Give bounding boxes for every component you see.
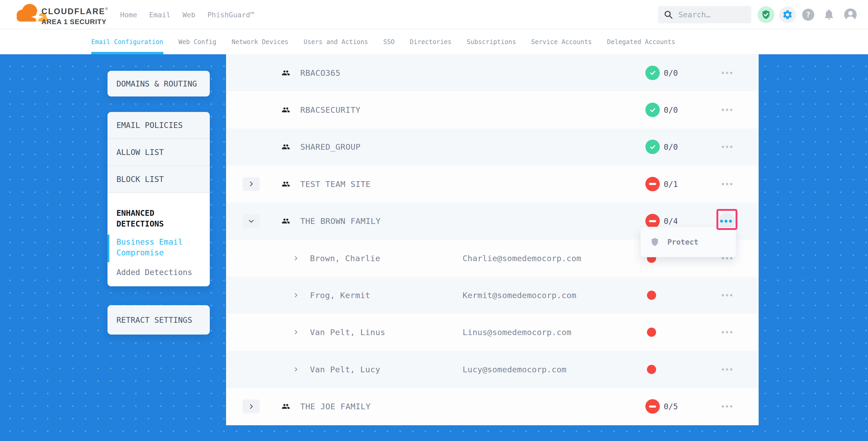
status-ok-icon xyxy=(645,66,660,80)
secondary-navigation: Email Configuration Web Config Network D… xyxy=(0,29,868,54)
active-link-indicator xyxy=(107,235,110,262)
account-icon[interactable] xyxy=(844,8,857,22)
status-blocked-icon xyxy=(645,177,660,191)
member-email: Kermit@somedemocorp.com xyxy=(463,290,577,300)
group-name: RBACO365 xyxy=(300,68,340,77)
tab-sso[interactable]: SSO xyxy=(383,29,394,54)
nav-web[interactable]: Web xyxy=(183,11,195,19)
settings-gear-icon[interactable] xyxy=(779,6,796,23)
protection-count: 0/0 xyxy=(664,105,678,115)
brand-subtitle: AREA 1 SECURITY xyxy=(41,18,108,26)
member-name: Van Pelt, Lucy xyxy=(310,365,380,374)
shield-check-icon[interactable] xyxy=(757,6,774,23)
row-actions-button[interactable] xyxy=(722,294,733,296)
tab-service-accounts[interactable]: Service Accounts xyxy=(531,29,592,54)
table-row-group: SHARED_GROUP 0/0 xyxy=(226,128,758,165)
collapse-button[interactable] xyxy=(243,214,260,228)
shield-icon xyxy=(650,237,659,247)
chevron-right-icon xyxy=(293,255,299,261)
member-name: Van Pelt, Linus xyxy=(310,327,385,337)
tab-web-config[interactable]: Web Config xyxy=(179,29,217,54)
notifications-bell-icon[interactable] xyxy=(823,8,835,21)
brand-name: CLOUDFLARE xyxy=(41,7,105,16)
row-actions-button[interactable] xyxy=(722,109,733,111)
row-actions-button[interactable] xyxy=(722,257,733,259)
status-ok-icon xyxy=(645,140,660,154)
table-row-member: Van Pelt, Lucy Lucy@somedemocorp.com xyxy=(226,351,758,388)
group-name: THE JOE FAMILY xyxy=(300,402,371,411)
protection-count: 0/1 xyxy=(664,179,678,189)
expand-button[interactable] xyxy=(243,177,260,191)
blocked-dot xyxy=(647,291,656,300)
chevron-right-icon xyxy=(293,367,299,372)
app-header: CLOUDFLARE® AREA 1 SECURITY Home Email W… xyxy=(0,0,868,29)
context-menu-item-protect[interactable]: Protect xyxy=(650,237,698,247)
chevron-right-icon xyxy=(293,292,299,298)
table-row-member: Van Pelt, Linus Linus@somedemocorp.com xyxy=(226,314,758,351)
sidebar-item-block-list[interactable]: BLOCK LIST xyxy=(107,166,210,193)
chevron-right-icon xyxy=(248,181,255,187)
nav-home[interactable]: Home xyxy=(120,11,137,19)
sidebar-item-label: RETRACT SETTINGS xyxy=(117,315,192,324)
group-name: TEST TEAM SITE xyxy=(300,179,371,189)
protection-count: 0/5 xyxy=(664,402,678,411)
group-icon xyxy=(280,106,291,114)
registered-mark: ® xyxy=(105,7,108,11)
row-actions-button[interactable] xyxy=(722,331,733,334)
sidebar-item-domains-routing[interactable]: DOMAINS & ROUTING xyxy=(107,71,210,96)
row-actions-button[interactable] xyxy=(722,368,733,371)
tab-network-devices[interactable]: Network Devices xyxy=(231,29,288,54)
row-actions-button[interactable] xyxy=(722,146,733,148)
group-name: THE BROWN FAMILY xyxy=(300,216,381,226)
row-actions-button[interactable] xyxy=(722,183,733,185)
table-row-group: THE JOE FAMILY 0/5 xyxy=(226,388,758,425)
row-actions-button[interactable] xyxy=(722,405,733,408)
table-row-group: TEST TEAM SITE 0/1 xyxy=(226,165,758,202)
sidebar-section-title[interactable]: ENHANCED DETECTIONS xyxy=(117,208,172,229)
tab-users-and-actions[interactable]: Users and Actions xyxy=(304,29,368,54)
search-box[interactable] xyxy=(658,6,751,23)
table-row-group: RBACSECURITY 0/0 xyxy=(226,91,758,128)
chevron-right-icon xyxy=(293,329,299,335)
sidebar-link-business-email-compromise[interactable]: Business Email Compromise xyxy=(117,237,195,258)
sidebar-item-allow-list[interactable]: ALLOW LIST xyxy=(107,139,210,166)
table-row-member: Frog, Kermit Kermit@somedemocorp.com xyxy=(226,277,758,314)
context-menu: Protect xyxy=(640,227,736,257)
sidebar-policies-card: EMAIL POLICIES ALLOW LIST BLOCK LIST ENH… xyxy=(107,112,210,286)
search-icon xyxy=(664,10,673,20)
protection-count: 0/0 xyxy=(664,143,678,152)
tab-subscriptions[interactable]: Subscriptions xyxy=(467,29,516,54)
blocked-dot xyxy=(647,328,656,337)
context-menu-item-label: Protect xyxy=(668,238,698,247)
sidebar-item-email-policies[interactable]: EMAIL POLICIES xyxy=(107,112,210,139)
member-name: Brown, Charlie xyxy=(310,254,380,263)
chevron-right-icon xyxy=(248,403,255,410)
sidebar-item-retract-settings[interactable]: RETRACT SETTINGS xyxy=(107,305,210,335)
tab-delegated-accounts[interactable]: Delegated Accounts xyxy=(607,29,675,54)
member-email: Lucy@somedemocorp.com xyxy=(463,365,566,374)
tab-email-configuration[interactable]: Email Configuration xyxy=(91,29,163,54)
help-icon[interactable]: ? xyxy=(802,9,814,21)
nav-phishguard[interactable]: PhishGuard™ xyxy=(208,11,254,19)
row-actions-button[interactable] xyxy=(722,71,733,74)
group-icon xyxy=(280,217,291,225)
protection-count: 0/0 xyxy=(664,68,678,77)
status-ok-icon xyxy=(645,103,660,117)
page-background: DOMAINS & ROUTING EMAIL POLICIES ALLOW L… xyxy=(0,54,868,441)
groups-table: RBACO365 0/0 RBACSECURITY 0/0 SHARED_GRO… xyxy=(226,54,758,425)
protection-count: 0/4 xyxy=(664,217,678,226)
group-name: SHARED_GROUP xyxy=(300,142,361,152)
group-name: RBACSECURITY xyxy=(300,105,361,115)
tab-directories[interactable]: Directories xyxy=(410,29,452,54)
nav-email[interactable]: Email xyxy=(149,11,170,19)
help-glyph: ? xyxy=(806,10,811,19)
sidebar-link-added-detections[interactable]: Added Detections xyxy=(117,267,195,278)
group-icon xyxy=(280,402,291,411)
status-blocked-icon xyxy=(645,399,660,414)
search-input[interactable] xyxy=(678,10,741,20)
member-email: Charlie@somedemocorp.com xyxy=(463,254,581,263)
chevron-down-icon xyxy=(248,218,255,224)
group-icon xyxy=(280,143,291,151)
group-icon xyxy=(280,69,291,77)
expand-button[interactable] xyxy=(243,400,260,413)
